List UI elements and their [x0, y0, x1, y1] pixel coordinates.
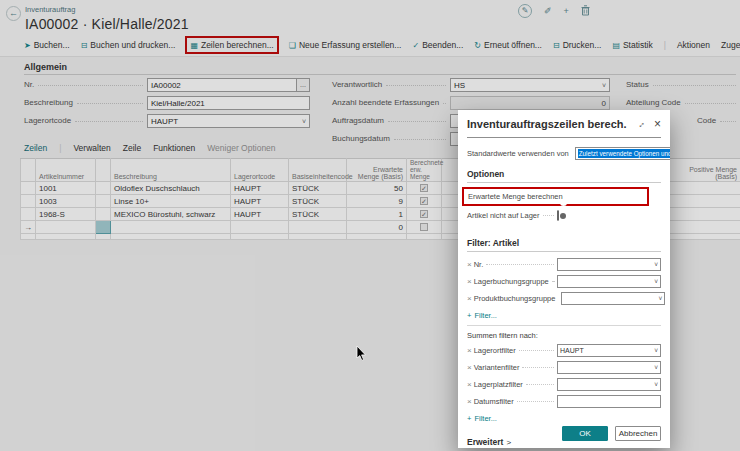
remove-filter-icon[interactable]: × — [467, 397, 472, 406]
plus-icon: + — [467, 311, 471, 320]
filter-label: Lagerplatzfilter — [474, 380, 523, 389]
annotation-red-box: Erwartete Menge berechnen — [462, 187, 649, 206]
filter-lagerbuchungsgruppe-select[interactable]: ˅ — [557, 275, 661, 288]
filter-row-datumsfilter: × Datumsfilter — [467, 393, 661, 410]
totals-divider — [467, 325, 661, 326]
dotted-leader — [552, 281, 554, 282]
option-artikel-nicht-auf-lager: Artikel nicht auf Lager — [467, 207, 661, 224]
lagerplatzfilter-select[interactable]: ˅ — [557, 378, 661, 391]
add-filter-link[interactable]: + Filter... — [467, 308, 661, 322]
dialog-title-divider — [467, 137, 661, 138]
remove-filter-icon[interactable]: × — [467, 346, 472, 355]
defaults-select[interactable]: Zuletzt verwendete Optionen und Filter ˅ — [575, 147, 670, 160]
remove-filter-icon[interactable]: × — [467, 294, 472, 303]
filter-row-variantenfilter: × Variantenfilter ˅ — [467, 359, 661, 376]
plus-icon: + — [467, 414, 471, 423]
remove-filter-icon[interactable]: × — [467, 380, 472, 389]
filter-row-lagerbuchungsgruppe: × Lagerbuchungsgruppe ˅ — [467, 273, 661, 290]
advanced-label: Erweitert — [467, 437, 503, 447]
dotted-leader — [517, 401, 554, 402]
chevron-down-icon: ˅ — [654, 364, 658, 371]
filter-label: Nr. — [474, 260, 484, 269]
ok-button[interactable]: OK — [562, 426, 608, 441]
chevron-down-icon: ˅ — [654, 278, 658, 285]
filter-label: Lagerortfilter — [474, 346, 516, 355]
remove-filter-icon[interactable]: × — [467, 277, 472, 286]
filter-row-produktbuchungsgruppe: × Produktbuchungsgruppe ˅ — [467, 290, 661, 307]
remove-filter-icon[interactable]: × — [467, 260, 472, 269]
chevron-down-icon: ˅ — [654, 261, 658, 268]
chevron-down-icon: ˅ — [654, 381, 658, 388]
defaults-label: Standardwerte verwenden von — [467, 149, 569, 158]
filter-nr-select[interactable]: ˅ — [557, 258, 661, 271]
filter-label: Datumsfilter — [474, 397, 514, 406]
calc-lines-dialog: Inventurauftragszeilen berech. ↔ × Stand… — [458, 110, 670, 448]
variantenfilter-select[interactable]: ˅ — [557, 361, 661, 374]
datumsfilter-input[interactable] — [557, 395, 661, 408]
lagerortfilter-select[interactable]: HAUPT˅ — [557, 344, 661, 357]
dotted-leader — [543, 215, 554, 216]
filter-row-lagerplatzfilter: × Lagerplatzfilter ˅ — [467, 376, 661, 393]
filter-artikel-section-title: Filter: Artikel — [467, 238, 661, 252]
defaults-value: Zuletzt verwendete Optionen und Filter — [578, 149, 670, 158]
filter-produktbuchungsgruppe-select[interactable]: ˅ — [561, 292, 665, 305]
options-section-title: Optionen — [467, 169, 661, 183]
add-filter-label: Filter... — [474, 311, 497, 320]
chevron-right-icon: > — [506, 438, 511, 447]
totals-section-title: Summen filtern nach: — [467, 329, 661, 342]
add-filter-label: Filter... — [474, 414, 497, 423]
remove-filter-icon[interactable]: × — [467, 363, 472, 372]
mouse-cursor — [356, 346, 367, 362]
add-filter-link[interactable]: + Filter... — [467, 411, 661, 425]
dotted-leader — [486, 264, 554, 265]
option-label: Erwartete Menge berechnen — [468, 192, 563, 201]
filter-label: Produktbuchungsgruppe — [474, 294, 556, 303]
filter-row-nr: × Nr. ˅ — [467, 256, 661, 273]
dotted-leader — [526, 384, 554, 385]
dialog-title: Inventurauftragszeilen berech. — [467, 118, 636, 130]
filter-value: HAUPT — [560, 347, 584, 354]
defaults-row: Standardwerte verwenden von Zuletzt verw… — [467, 145, 661, 162]
chevron-down-icon: ˅ — [654, 347, 658, 354]
cancel-button[interactable]: Abbrechen — [615, 426, 661, 441]
option-label: Artikel nicht auf Lager — [467, 211, 540, 220]
dotted-leader — [519, 350, 554, 351]
close-dialog-icon[interactable]: × — [654, 119, 661, 129]
filter-label: Lagerbuchungsgruppe — [474, 277, 549, 286]
filter-row-lagerortfilter: × Lagerortfilter HAUPT˅ — [467, 342, 661, 359]
toggle-artikel-nicht-auf-lager[interactable] — [557, 210, 559, 221]
option-erwartete-menge: Erwartete Menge berechnen — [468, 189, 643, 204]
dotted-leader — [522, 367, 554, 368]
chevron-down-icon: ˅ — [659, 295, 663, 302]
filter-label: Variantenfilter — [474, 363, 520, 372]
